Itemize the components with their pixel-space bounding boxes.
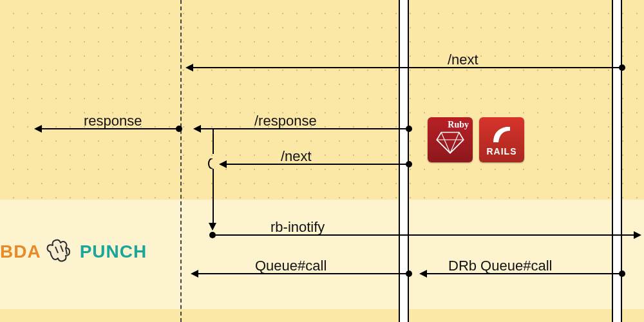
fist-icon (44, 235, 77, 269)
svg-line-1 (441, 133, 450, 153)
rails-icon (491, 123, 513, 145)
rails-logo-label: RAILS (487, 146, 517, 156)
arrow-next-2: /next (0, 155, 644, 174)
svg-line-2 (450, 133, 459, 153)
ruby-logo: Ruby (428, 117, 473, 162)
lambda-punch-logo: BDA PUNCH (0, 235, 147, 269)
ruby-logo-label: Ruby (448, 120, 469, 130)
svg-marker-0 (437, 133, 463, 153)
arrow-next-1: /next (0, 58, 644, 77)
punch-right-text: PUNCH (80, 242, 147, 262)
self-msg-segment-bottom (213, 169, 214, 224)
arrow-response-in: /response (0, 119, 644, 138)
self-msg-bridge (206, 158, 219, 169)
arrow-label: DRb Queue#call (448, 258, 552, 274)
self-msg-segment-top (213, 128, 214, 154)
arrow-label: /next (448, 52, 478, 68)
dotted-band-bottom (0, 309, 644, 322)
arrow-label: /next (281, 148, 312, 165)
punch-left-text: BDA (0, 242, 41, 262)
rails-logo: RAILS (479, 117, 524, 162)
arrow-label: /response (254, 113, 317, 129)
arrow-label: rb-inotify (270, 219, 325, 236)
